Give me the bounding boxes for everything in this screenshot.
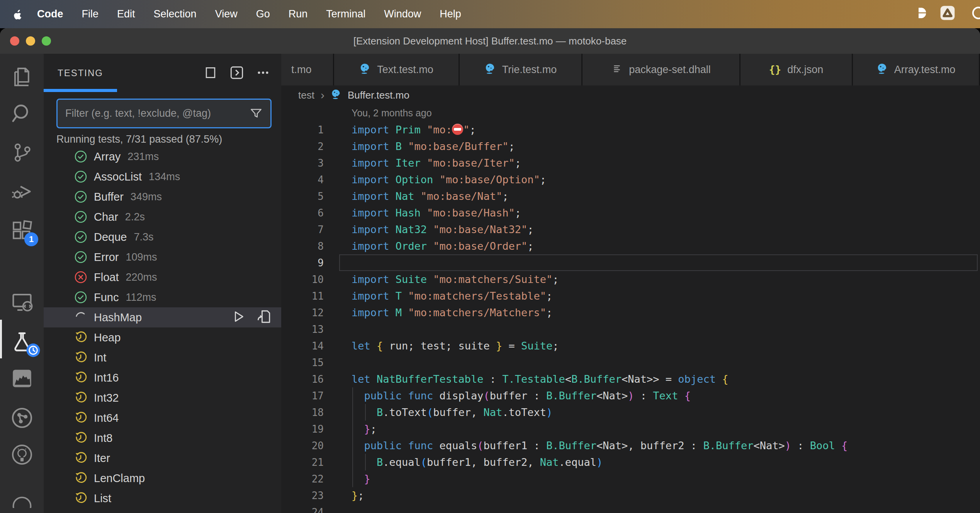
code-line-4[interactable]: 4import Option "mo:base/Option";	[281, 171, 980, 188]
tab-array-test-mo[interactable]: Array.test.mo	[853, 54, 980, 85]
code-line-15[interactable]: 15	[281, 354, 980, 371]
test-filter-input[interactable]	[58, 107, 249, 119]
test-row-func[interactable]: Func112ms	[44, 287, 281, 307]
menu-go[interactable]: Go	[247, 8, 279, 20]
go-to-test-icon[interactable]	[256, 308, 273, 327]
drive-icon[interactable]	[939, 4, 956, 24]
code-line-22[interactable]: 22 }	[281, 470, 980, 487]
test-row-int64[interactable]: Int64	[44, 408, 281, 428]
line-number[interactable]: 20	[281, 440, 324, 452]
line-number[interactable]: 1	[281, 124, 324, 136]
test-row-char[interactable]: Char2.2s	[44, 207, 281, 227]
github-icon[interactable]	[0, 438, 44, 471]
breadcrumb-folder[interactable]: test	[298, 89, 314, 101]
line-number[interactable]: 21	[281, 457, 324, 468]
menu-window[interactable]: Window	[375, 8, 430, 20]
test-row-assoclist[interactable]: AssocList134ms	[44, 167, 281, 187]
menu-code[interactable]: Code	[28, 8, 73, 20]
line-number[interactable]: 12	[281, 307, 324, 319]
tab-dfx-json[interactable]: {}dfx.json	[741, 54, 853, 85]
test-row-list[interactable]: List	[44, 488, 281, 508]
test-row-float[interactable]: Float220ms	[44, 267, 281, 287]
code-line-19[interactable]: 19 };	[281, 421, 980, 437]
line-number[interactable]: 19	[281, 423, 324, 435]
tab-trie-test-mo[interactable]: Trie.test.mo	[460, 54, 583, 85]
line-number[interactable]: 16	[281, 373, 324, 385]
code-line-6[interactable]: 6import Hash "mo:base/Hash";	[281, 205, 980, 221]
graph-extension-icon[interactable]	[0, 401, 44, 435]
tab-t-mo[interactable]: t.mo	[281, 54, 334, 85]
boxed-chevron-icon[interactable]	[228, 64, 246, 82]
code-line-8[interactable]: 8import Order "mo:base/Order";	[281, 238, 980, 254]
code-line-20[interactable]: 20 public func equals(buffer1 : B.Buffer…	[281, 437, 980, 454]
code-editor[interactable]: You, 2 months ago1import Prim "mo:";2imp…	[281, 105, 980, 513]
line-number[interactable]: 7	[281, 224, 324, 235]
test-row-hashmap[interactable]: HashMap	[44, 307, 281, 327]
code-line-14[interactable]: 14let { run; test; suite } = Suite;	[281, 337, 980, 354]
test-row-int16[interactable]: Int16	[44, 368, 281, 388]
code-line-12[interactable]: 12import M "mo:matchers/Matchers";	[281, 304, 980, 321]
menu-help[interactable]: Help	[430, 8, 470, 20]
menu-file[interactable]: File	[73, 8, 108, 20]
code-line-7[interactable]: 7import Nat32 "mo:base/Nat32";	[281, 221, 980, 238]
breadcrumb[interactable]: test › Buffer.test.mo	[281, 85, 980, 105]
ellipsis-icon[interactable]	[254, 64, 272, 82]
line-number[interactable]: 3	[281, 157, 324, 169]
code-line-5[interactable]: 5import Nat "mo:base/Nat";	[281, 188, 980, 205]
line-number[interactable]: 11	[281, 290, 324, 302]
code-line-16[interactable]: 16let NatBufferTestable : T.Testable<B.B…	[281, 371, 980, 387]
test-row-buffer[interactable]: Buffer349ms	[44, 187, 281, 207]
menu-view[interactable]: View	[206, 8, 247, 20]
explorer-icon[interactable]	[0, 60, 44, 94]
line-number[interactable]: 9	[281, 257, 324, 269]
line-number[interactable]: 24	[281, 506, 324, 513]
code-line-18[interactable]: 18 B.toText(buffer, Nat.toText)	[281, 404, 980, 421]
test-row-array[interactable]: Array231ms	[44, 147, 281, 167]
partial-bottom-icon[interactable]	[0, 484, 44, 513]
test-row-error[interactable]: Error109ms	[44, 247, 281, 267]
source-control-icon[interactable]	[0, 136, 44, 169]
window-title-bar[interactable]: [Extension Development Host] Buffer.test…	[0, 28, 980, 54]
filter-funnel-icon[interactable]	[249, 106, 263, 121]
code-line-23[interactable]: 23};	[281, 487, 980, 504]
code-line-2[interactable]: 2import B "mo:base/Buffer";	[281, 138, 980, 155]
tab-package-set-dhall[interactable]: package-set.dhall	[583, 54, 741, 85]
run-debug-icon[interactable]	[0, 174, 44, 208]
code-line-1[interactable]: 1import Prim "mo:";	[281, 121, 980, 138]
line-number[interactable]: 5	[281, 191, 324, 202]
menu-run[interactable]: Run	[279, 8, 317, 20]
line-number[interactable]: 2	[281, 141, 324, 152]
line-number[interactable]: 22	[281, 473, 324, 485]
line-number[interactable]: 15	[281, 357, 324, 368]
camel-extension-icon[interactable]	[0, 362, 44, 395]
apple-menu-icon[interactable]	[12, 9, 24, 20]
line-number[interactable]: 6	[281, 207, 324, 219]
display-half-icon[interactable]	[915, 6, 929, 22]
square-icon[interactable]	[202, 64, 219, 82]
test-row-iter[interactable]: Iter	[44, 448, 281, 468]
test-row-deque[interactable]: Deque7.3s	[44, 227, 281, 247]
extensions-icon[interactable]: 1	[0, 214, 44, 247]
partial-ring-icon[interactable]	[971, 5, 980, 23]
code-line-21[interactable]: 21 B.equal(buffer1, buffer2, Nat.equal)	[281, 454, 980, 470]
line-number[interactable]: 18	[281, 407, 324, 418]
run-test-icon[interactable]	[230, 309, 246, 326]
line-number[interactable]: 4	[281, 174, 324, 186]
menu-edit[interactable]: Edit	[108, 8, 144, 20]
code-line-10[interactable]: 10import Suite "mo:matchers/Suite";	[281, 271, 980, 288]
code-line-3[interactable]: 3import Iter "mo:base/Iter";	[281, 155, 980, 171]
line-number[interactable]: 23	[281, 490, 324, 501]
code-line-11[interactable]: 11import T "mo:matchers/Testable";	[281, 288, 980, 304]
menu-selection[interactable]: Selection	[144, 8, 206, 20]
breadcrumb-file[interactable]: Buffer.test.mo	[348, 89, 409, 101]
test-row-int[interactable]: Int	[44, 348, 281, 368]
test-row-int32[interactable]: Int32	[44, 388, 281, 408]
menu-terminal[interactable]: Terminal	[317, 8, 375, 20]
line-number[interactable]: 10	[281, 274, 324, 285]
line-number[interactable]: 13	[281, 324, 324, 335]
testing-icon[interactable]	[0, 325, 44, 358]
search-icon[interactable]	[0, 97, 44, 130]
line-number[interactable]: 14	[281, 340, 324, 352]
test-row-int8[interactable]: Int8	[44, 428, 281, 448]
test-row-heap[interactable]: Heap	[44, 327, 281, 348]
